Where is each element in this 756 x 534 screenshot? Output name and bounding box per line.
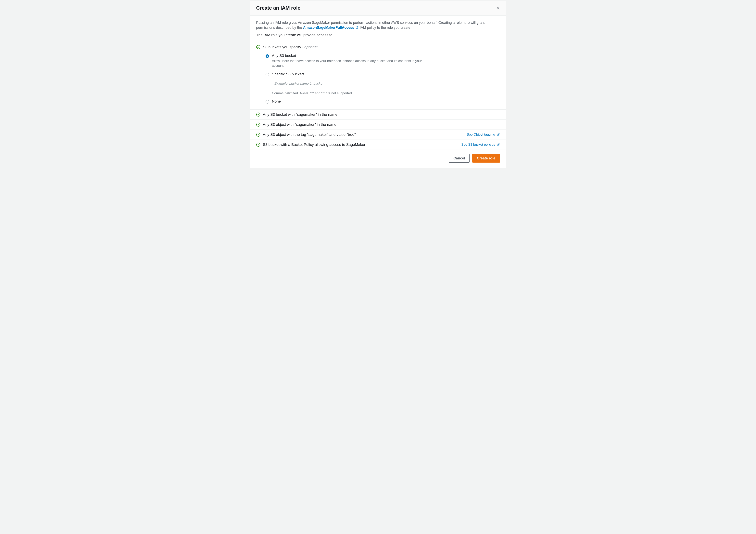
create-iam-role-modal: Create an IAM role Passing an IAM role g… xyxy=(250,1,506,168)
perm-row-sagemaker-bucket: Any S3 bucket with "sagemaker" in the na… xyxy=(250,110,506,120)
check-circle-icon xyxy=(256,112,260,117)
radio-specific-s3[interactable]: Specific S3 buckets Comma delimited. ARN… xyxy=(263,72,500,95)
access-sections: S3 buckets you specify - optional Any S3… xyxy=(250,41,506,150)
specific-buckets-input[interactable] xyxy=(272,80,337,87)
specific-buckets-hint: Comma delimited. ARNs, "*" and "/" are n… xyxy=(272,91,500,95)
perm-row-label: Any S3 object with the tag "sagemaker" a… xyxy=(263,132,464,137)
check-circle-icon xyxy=(256,143,260,147)
s3-specify-body: S3 buckets you specify - optional Any S3… xyxy=(263,45,500,104)
radio-circle-any[interactable] xyxy=(266,54,269,58)
radio-specific-content: Specific S3 buckets Comma delimited. ARN… xyxy=(272,72,500,95)
external-link-icon xyxy=(497,143,500,146)
modal-intro: Passing an IAM role gives Amazon SageMak… xyxy=(250,15,506,41)
svg-point-6 xyxy=(256,143,260,147)
perm-row-sagemaker-object: Any S3 object with "sagemaker" in the na… xyxy=(250,120,506,130)
see-s3-bucket-policies-text: See S3 bucket policies xyxy=(461,143,495,147)
see-object-tagging-link[interactable]: See Object tagging xyxy=(467,133,500,137)
svg-point-3 xyxy=(256,113,260,116)
s3-specify-title-optional: - optional xyxy=(302,45,317,49)
see-s3-bucket-policies-link[interactable]: See S3 bucket policies xyxy=(461,143,500,147)
perm-row-label: Any S3 bucket with "sagemaker" in the na… xyxy=(263,112,500,117)
radio-any-desc: Allow users that have access to your not… xyxy=(272,59,433,68)
radio-none-label: None xyxy=(272,99,500,103)
intro-link-text: AmazonSageMakerFullAccess xyxy=(303,26,354,30)
s3-specify-title: S3 buckets you specify - optional xyxy=(263,45,500,49)
s3-radio-group: Any S3 bucket Allow users that have acce… xyxy=(263,54,500,104)
svg-point-2 xyxy=(256,45,260,49)
radio-specific-label: Specific S3 buckets xyxy=(272,72,500,76)
perm-row-label: Any S3 object with "sagemaker" in the na… xyxy=(263,122,500,127)
perm-row-bucket-policy: S3 bucket with a Bucket Policy allowing … xyxy=(250,140,506,150)
check-circle-icon xyxy=(256,132,260,137)
radio-circle-specific[interactable] xyxy=(266,73,269,76)
s3-specify-title-main: S3 buckets you specify xyxy=(263,45,302,49)
check-circle-icon xyxy=(256,122,260,127)
perm-row-label: S3 bucket with a Bucket Policy allowing … xyxy=(263,143,459,147)
cancel-button[interactable]: Cancel xyxy=(449,154,470,163)
radio-any-label: Any S3 bucket xyxy=(272,54,500,58)
external-link-icon xyxy=(356,26,359,29)
intro-text-after: IAM policy to the role you create. xyxy=(359,26,411,30)
svg-point-4 xyxy=(256,123,260,126)
radio-any-content: Any S3 bucket Allow users that have acce… xyxy=(272,54,500,68)
create-role-button[interactable]: Create role xyxy=(472,154,500,163)
modal-header: Create an IAM role xyxy=(250,1,506,15)
intro-text: Passing an IAM role gives Amazon SageMak… xyxy=(256,20,500,30)
close-icon[interactable] xyxy=(496,6,500,10)
perm-row-tag-sagemaker-true: Any S3 object with the tag "sagemaker" a… xyxy=(250,130,506,140)
radio-none-content: None xyxy=(272,99,500,104)
external-link-icon xyxy=(497,133,500,136)
svg-point-5 xyxy=(256,133,260,136)
modal-footer: Cancel Create role xyxy=(250,150,506,168)
check-circle-icon xyxy=(256,45,260,49)
radio-any-s3[interactable]: Any S3 bucket Allow users that have acce… xyxy=(263,54,500,68)
modal-title: Create an IAM role xyxy=(256,5,300,11)
amazon-sagemaker-full-access-link[interactable]: AmazonSageMakerFullAccess xyxy=(303,26,359,30)
radio-none[interactable]: None xyxy=(263,99,500,104)
see-object-tagging-text: See Object tagging xyxy=(467,133,495,137)
radio-circle-none[interactable] xyxy=(266,100,269,103)
access-subheading: The IAM role you create will provide acc… xyxy=(256,33,500,37)
s3-specify-section: S3 buckets you specify - optional Any S3… xyxy=(250,41,506,110)
